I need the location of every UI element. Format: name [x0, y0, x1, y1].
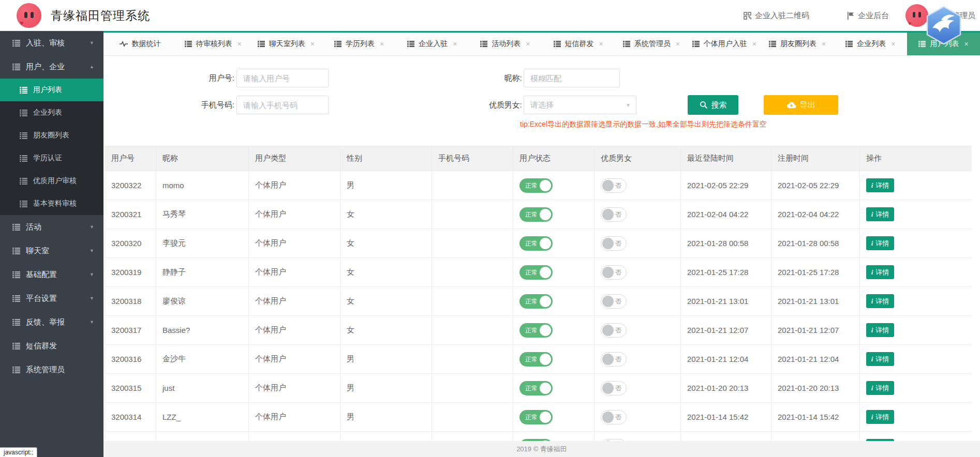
tab[interactable]: 数据统计: [103, 33, 176, 55]
sidebar-item[interactable]: 用户列表: [0, 79, 103, 101]
list-icon: [20, 155, 27, 162]
user-status-toggle[interactable]: 正常: [519, 323, 553, 338]
close-icon[interactable]: ×: [676, 40, 680, 48]
avatar-heart-icon: ♥: [908, 20, 912, 26]
user-status-toggle[interactable]: 正常: [519, 294, 553, 309]
nickname-input[interactable]: [524, 69, 620, 87]
toggle-off-label: 否: [615, 179, 621, 192]
tab[interactable]: 聊天室列表 ×: [249, 33, 322, 55]
table-row: 正常 否 i 详情: [105, 432, 972, 441]
sidebar-item[interactable]: 用户、企业 ▲: [0, 55, 103, 79]
admin-avatar[interactable]: ♥: [905, 4, 928, 27]
user-id-input[interactable]: [236, 69, 329, 87]
tab[interactable]: 短信群发 ×: [542, 33, 615, 55]
close-icon[interactable]: ×: [310, 40, 315, 48]
search-button[interactable]: 搜索: [688, 95, 738, 115]
close-icon[interactable]: ×: [237, 40, 242, 48]
enterprise-qr-link[interactable]: 企业入驻二维码: [744, 0, 809, 31]
user-status-toggle[interactable]: 正常: [519, 207, 553, 222]
pulse-icon: [120, 40, 128, 48]
list-icon: [12, 40, 20, 47]
sidebar-item[interactable]: 平台设置 ▼: [0, 286, 103, 310]
sidebar-item[interactable]: 活动 ▼: [0, 215, 103, 239]
sidebar-item[interactable]: 入驻、审核 ▼: [0, 31, 103, 55]
export-button[interactable]: 导出: [764, 95, 838, 115]
user-status-toggle[interactable]: 正常: [519, 236, 553, 251]
close-icon[interactable]: ×: [891, 40, 895, 48]
detail-button[interactable]: i 详情: [866, 265, 894, 279]
tab[interactable]: 个体用户入驻 ×: [688, 33, 761, 55]
sidebar-item[interactable]: 朋友圈列表: [0, 124, 103, 147]
user-status-toggle[interactable]: 正常: [519, 410, 553, 424]
detail-button[interactable]: i 详情: [866, 294, 894, 308]
premium-toggle[interactable]: 否: [601, 178, 627, 193]
close-icon[interactable]: ×: [752, 40, 756, 48]
premium-select[interactable]: 请选择 ▼: [524, 96, 636, 114]
list-icon: [12, 367, 20, 373]
toggle-knob: [602, 296, 614, 307]
sidebar-item[interactable]: 企业列表: [0, 101, 103, 124]
premium-toggle[interactable]: 否: [601, 294, 627, 309]
tab[interactable]: 企业列表 ×: [834, 33, 907, 55]
user-status-toggle[interactable]: 正常: [519, 352, 553, 367]
sidebar-item[interactable]: 基础配置 ▼: [0, 263, 103, 286]
close-icon[interactable]: ×: [526, 40, 530, 48]
cell-last-login: 2021-01-28 00:58: [681, 229, 771, 258]
close-icon[interactable]: ×: [380, 40, 384, 48]
premium-toggle[interactable]: 否: [601, 236, 627, 251]
detail-button[interactable]: i 详情: [866, 236, 894, 250]
cell-actions: i 详情: [860, 200, 972, 229]
tab[interactable]: 企业入驻 ×: [396, 33, 469, 55]
info-icon: i: [871, 355, 873, 363]
premium-toggle[interactable]: 否: [601, 265, 627, 280]
close-icon[interactable]: ×: [599, 40, 603, 48]
user-table: 用户号昵称用户类型性别手机号码用户状态优质男女最近登陆时间注册时间操作 3200…: [105, 146, 972, 441]
cell-phone: [432, 171, 513, 200]
detail-button[interactable]: i 详情: [866, 381, 894, 395]
sidebar-item[interactable]: 学历认证: [0, 147, 103, 170]
tab[interactable]: 活动列表 ×: [469, 33, 542, 55]
detail-button[interactable]: i 详情: [866, 178, 894, 192]
close-icon[interactable]: ×: [822, 40, 826, 48]
cell-user-type: 个体用户: [249, 258, 340, 287]
cell-user-id: 3200322: [105, 171, 156, 200]
flag-icon: [847, 12, 854, 20]
sidebar-item[interactable]: 优质用户审核: [0, 170, 103, 192]
close-icon[interactable]: ×: [453, 40, 457, 48]
sidebar-item[interactable]: 聊天室 ▼: [0, 239, 103, 263]
premium-toggle[interactable]: 否: [601, 352, 627, 367]
sidebar-item[interactable]: 反馈、举报 ▼: [0, 310, 103, 334]
tab[interactable]: 系统管理员 ×: [615, 33, 688, 55]
premium-toggle[interactable]: 否: [601, 410, 627, 424]
tab[interactable]: 朋友圈列表 ×: [761, 33, 834, 55]
cell-nickname: 静静子: [156, 258, 249, 287]
tab[interactable]: 学历列表 ×: [323, 33, 396, 55]
toggle-off-label: 否: [615, 382, 621, 395]
premium-toggle[interactable]: 否: [601, 381, 627, 395]
tab-bar: 数据统计 待审核列表 × 聊天室列表 ×: [103, 31, 980, 56]
cell-user-type: 个体用户: [249, 229, 340, 258]
sidebar-item-label: 朋友圈列表: [33, 131, 69, 140]
enterprise-backend-link[interactable]: 企业后台: [847, 0, 889, 31]
sidebar-item[interactable]: 系统管理员: [0, 358, 103, 382]
sidebar-item[interactable]: 基本资料审核: [0, 192, 103, 215]
user-status-toggle[interactable]: 正常: [519, 265, 553, 280]
detail-button[interactable]: i 详情: [866, 323, 894, 337]
detail-button[interactable]: i 详情: [866, 352, 894, 366]
list-icon: [12, 295, 20, 302]
admin-name-label[interactable]: 管理员: [952, 0, 975, 31]
phone-input[interactable]: [236, 96, 329, 114]
sidebar-item[interactable]: 短信群发: [0, 334, 103, 358]
tab[interactable]: 待审核列表 ×: [176, 33, 249, 55]
toggle-on-label: 正常: [525, 178, 538, 193]
toggle-off-label: 否: [615, 410, 621, 424]
user-status-toggle[interactable]: 正常: [519, 178, 553, 193]
detail-button[interactable]: i 详情: [866, 410, 894, 424]
tab[interactable]: 用户列表 ×: [907, 33, 980, 55]
premium-toggle[interactable]: 否: [601, 207, 627, 222]
user-status-toggle[interactable]: 正常: [519, 381, 553, 395]
close-icon[interactable]: ×: [964, 40, 968, 48]
detail-button[interactable]: i 详情: [866, 207, 894, 221]
list-icon: [623, 41, 630, 47]
premium-toggle[interactable]: 否: [601, 323, 627, 338]
